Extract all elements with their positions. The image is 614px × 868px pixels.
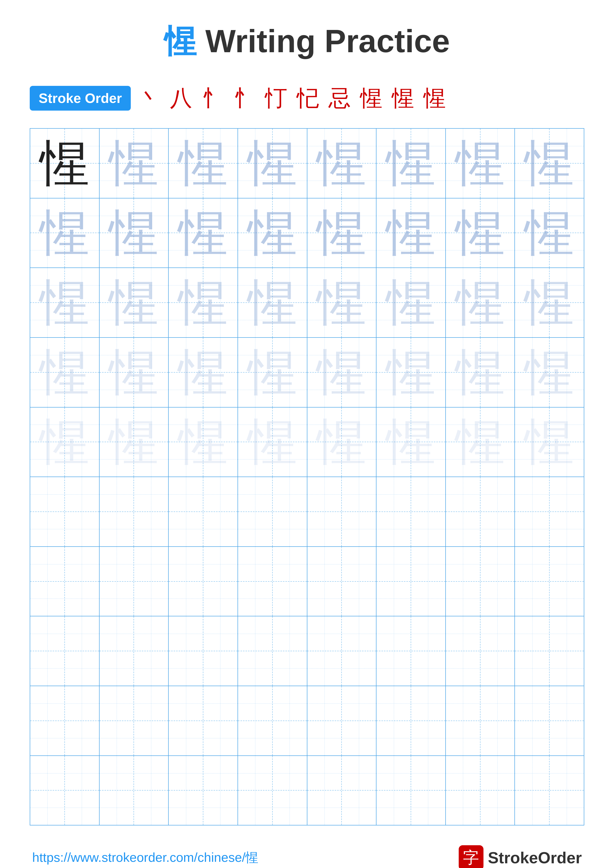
practice-char: 惺 — [178, 278, 228, 327]
grid-cell[interactable]: 惺 — [376, 408, 446, 477]
grid-cell[interactable] — [515, 547, 584, 616]
grid-cell[interactable] — [169, 756, 238, 825]
grid-cell[interactable] — [30, 547, 99, 616]
grid-cell[interactable]: 惺 — [169, 268, 238, 337]
grid-cell[interactable] — [515, 477, 584, 546]
stroke-5: 忊 — [265, 83, 292, 113]
grid-cell[interactable]: 惺 — [30, 268, 99, 337]
grid-cell[interactable]: 惺 — [238, 408, 307, 477]
grid-cell[interactable] — [446, 756, 515, 825]
grid-cell[interactable] — [307, 686, 377, 755]
grid-cell[interactable]: 惺 — [30, 408, 99, 477]
practice-char: 惺 — [109, 208, 159, 257]
grid-cell[interactable] — [169, 686, 238, 755]
practice-char: 惺 — [248, 139, 297, 188]
grid-cell[interactable] — [376, 477, 446, 546]
grid-row — [30, 756, 584, 825]
grid-cell[interactable] — [99, 547, 169, 616]
grid-cell[interactable]: 惺 — [446, 129, 515, 198]
grid-cell[interactable]: 惺 — [99, 338, 169, 407]
grid-cell[interactable] — [99, 686, 169, 755]
grid-cell[interactable]: 惺 — [169, 408, 238, 477]
grid-cell[interactable] — [376, 686, 446, 755]
grid-cell[interactable] — [99, 756, 169, 825]
grid-cell[interactable] — [376, 756, 446, 825]
grid-cell[interactable]: 惺 — [99, 129, 169, 198]
grid-cell[interactable]: 惺 — [30, 198, 99, 268]
grid-cell[interactable] — [446, 616, 515, 686]
stroke-order-badge: Stroke Order — [30, 86, 131, 111]
practice-char: 惺 — [455, 348, 505, 397]
grid-cell[interactable]: 惺 — [30, 338, 99, 407]
grid-cell[interactable] — [446, 477, 515, 546]
grid-cell[interactable] — [307, 616, 377, 686]
grid-cell[interactable]: 惺 — [515, 268, 584, 337]
grid-cell[interactable]: 惺 — [446, 268, 515, 337]
practice-char: 惺 — [525, 417, 574, 467]
grid-cell[interactable]: 惺 — [446, 408, 515, 477]
grid-cell[interactable]: 惺 — [515, 408, 584, 477]
grid-cell[interactable] — [238, 547, 307, 616]
grid-cell[interactable]: 惺 — [376, 338, 446, 407]
grid-cell[interactable] — [307, 477, 377, 546]
grid-cell[interactable]: 惺 — [307, 338, 377, 407]
grid-cell[interactable] — [169, 547, 238, 616]
grid-row: 惺惺惺惺惺惺惺惺 — [30, 408, 584, 477]
grid-cell[interactable] — [515, 686, 584, 755]
grid-cell[interactable]: 惺 — [376, 198, 446, 268]
grid-cell[interactable] — [238, 686, 307, 755]
grid-cell[interactable]: 惺 — [446, 198, 515, 268]
grid-cell[interactable]: 惺 — [515, 338, 584, 407]
practice-char: 惺 — [386, 139, 436, 188]
grid-cell[interactable] — [446, 547, 515, 616]
grid-cell[interactable] — [515, 616, 584, 686]
grid-cell[interactable]: 惺 — [238, 338, 307, 407]
stroke-order-row: Stroke Order 丶 八 忄 忄 忊 忋 忌 惺 惺 惺 — [30, 83, 584, 113]
grid-cell[interactable]: 惺 — [307, 268, 377, 337]
grid-cell[interactable]: 惺 — [99, 408, 169, 477]
grid-cell[interactable] — [376, 616, 446, 686]
grid-cell[interactable]: 惺 — [30, 129, 99, 198]
grid-cell[interactable] — [30, 477, 99, 546]
practice-char: 惺 — [525, 278, 574, 327]
grid-cell[interactable]: 惺 — [238, 268, 307, 337]
grid-cell[interactable]: 惺 — [169, 129, 238, 198]
grid-cell[interactable]: 惺 — [169, 338, 238, 407]
grid-cell[interactable]: 惺 — [238, 198, 307, 268]
practice-char: 惺 — [386, 208, 436, 257]
practice-char: 惺 — [178, 139, 228, 188]
grid-cell[interactable]: 惺 — [169, 198, 238, 268]
grid-cell[interactable] — [238, 477, 307, 546]
grid-cell[interactable]: 惺 — [307, 408, 377, 477]
grid-cell[interactable]: 惺 — [515, 129, 584, 198]
grid-cell[interactable] — [30, 616, 99, 686]
grid-cell[interactable]: 惺 — [307, 129, 377, 198]
practice-char: 惺 — [455, 278, 505, 327]
grid-cell[interactable]: 惺 — [99, 198, 169, 268]
grid-cell[interactable] — [30, 686, 99, 755]
grid-cell[interactable] — [307, 547, 377, 616]
grid-cell[interactable] — [169, 616, 238, 686]
grid-cell[interactable] — [446, 686, 515, 755]
grid-cell[interactable]: 惺 — [515, 198, 584, 268]
grid-cell[interactable] — [238, 616, 307, 686]
grid-cell[interactable] — [30, 756, 99, 825]
grid-cell[interactable] — [169, 477, 238, 546]
page-title: 惺 Writing Practice — [30, 20, 584, 64]
grid-cell[interactable]: 惺 — [307, 198, 377, 268]
grid-cell[interactable]: 惺 — [376, 268, 446, 337]
grid-cell[interactable] — [376, 547, 446, 616]
grid-cell[interactable]: 惺 — [376, 129, 446, 198]
grid-cell[interactable] — [99, 477, 169, 546]
page: 惺 Writing Practice Stroke Order 丶 八 忄 忄 … — [0, 0, 614, 868]
grid-cell[interactable]: 惺 — [238, 129, 307, 198]
grid-cell[interactable]: 惺 — [446, 338, 515, 407]
practice-char: 惺 — [525, 348, 574, 397]
practice-char: 惺 — [40, 208, 89, 257]
grid-cell[interactable]: 惺 — [99, 268, 169, 337]
grid-cell[interactable] — [238, 756, 307, 825]
grid-cell[interactable] — [99, 616, 169, 686]
grid-row — [30, 477, 584, 547]
grid-cell[interactable] — [307, 756, 377, 825]
grid-cell[interactable] — [515, 756, 584, 825]
